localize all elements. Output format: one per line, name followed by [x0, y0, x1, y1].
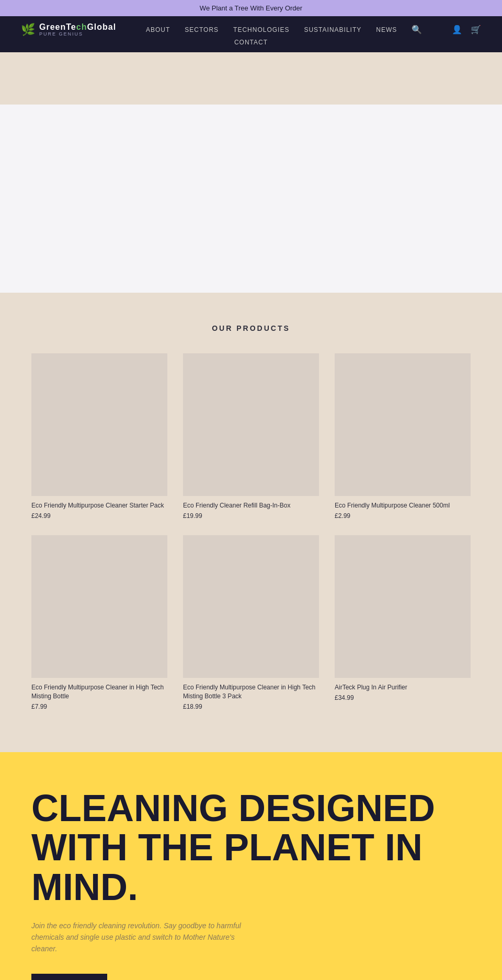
site-header: 🌿 GreenTechGlobal PURE GENIUS ABOUT SECT…: [0, 16, 502, 52]
product-name-1: Eco Friendly Multipurpose Cleaner Starte…: [31, 501, 167, 510]
product-image-4: [31, 535, 167, 678]
product-name-5: Eco Friendly Multipurpose Cleaner in Hig…: [183, 683, 319, 701]
product-card-3[interactable]: Eco Friendly Multipurpose Cleaner 500ml …: [335, 353, 471, 520]
products-grid: Eco Friendly Multipurpose Cleaner Starte…: [31, 353, 471, 710]
logo-highlight: ch: [76, 22, 87, 31]
nav-news[interactable]: NEWS: [376, 26, 397, 33]
product-name-6: AirTeck Plug In Air Purifier: [335, 683, 471, 692]
search-icon[interactable]: 🔍: [412, 25, 422, 34]
product-image-6: [335, 535, 471, 678]
product-card-2[interactable]: Eco Friendly Cleaner Refill Bag-In-Box £…: [183, 353, 319, 520]
announcement-text: We Plant a Tree With Every Order: [200, 4, 302, 12]
product-card-4[interactable]: Eco Friendly Multipurpose Cleaner in Hig…: [31, 535, 167, 710]
nav-technologies[interactable]: TECHNOLOGIES: [233, 26, 289, 33]
hero-tan-area: [0, 52, 502, 105]
logo-leaf-icon: 🌿: [21, 23, 35, 37]
logo-text-block: GreenTechGlobal PURE GENIUS: [39, 22, 116, 37]
nav-top: 🌿 GreenTechGlobal PURE GENIUS ABOUT SECT…: [21, 16, 481, 39]
cta-headline: CLEANING DESIGNED WITH THE PLANET IN MIN…: [31, 789, 439, 907]
product-image-3: [335, 353, 471, 496]
product-name-3: Eco Friendly Multipurpose Cleaner 500ml: [335, 501, 471, 510]
logo-sub-text: PURE GENIUS: [39, 32, 116, 37]
product-card-1[interactable]: Eco Friendly Multipurpose Cleaner Starte…: [31, 353, 167, 520]
cart-icon[interactable]: 🛒: [471, 25, 481, 34]
cta-read-more-button[interactable]: READ MORE: [31, 974, 107, 980]
cta-banner: CLEANING DESIGNED WITH THE PLANET IN MIN…: [0, 752, 502, 980]
product-price-6: £34.99: [335, 694, 471, 701]
product-card-6[interactable]: AirTeck Plug In Air Purifier £34.99: [335, 535, 471, 710]
logo-main-text: GreenTechGlobal: [39, 22, 116, 32]
product-price-1: £24.99: [31, 512, 167, 520]
nav-sustainability[interactable]: SUSTAINABILITY: [304, 26, 361, 33]
hero-light-area: [0, 105, 502, 293]
cta-subtext: Join the eco friendly cleaning revolutio…: [31, 920, 251, 955]
nav-icons: 👤 🛒: [452, 25, 481, 34]
user-icon[interactable]: 👤: [452, 25, 462, 34]
product-name-2: Eco Friendly Cleaner Refill Bag-In-Box: [183, 501, 319, 510]
nav-bottom: CONTACT: [21, 39, 481, 52]
product-image-2: [183, 353, 319, 496]
product-card-5[interactable]: Eco Friendly Multipurpose Cleaner in Hig…: [183, 535, 319, 710]
announcement-bar: We Plant a Tree With Every Order: [0, 0, 502, 16]
product-name-4: Eco Friendly Multipurpose Cleaner in Hig…: [31, 683, 167, 701]
product-image-1: [31, 353, 167, 496]
product-price-2: £19.99: [183, 512, 319, 520]
products-section: OUR PRODUCTS Eco Friendly Multipurpose C…: [0, 293, 502, 752]
product-price-3: £2.99: [335, 512, 471, 520]
nav-contact[interactable]: CONTACT: [234, 39, 268, 46]
product-price-5: £18.99: [183, 703, 319, 710]
product-image-5: [183, 535, 319, 678]
product-price-4: £7.99: [31, 703, 167, 710]
products-section-title: OUR PRODUCTS: [31, 324, 471, 332]
nav-about[interactable]: ABOUT: [146, 26, 170, 33]
logo[interactable]: 🌿 GreenTechGlobal PURE GENIUS: [21, 22, 116, 37]
nav-links-row1: ABOUT SECTORS TECHNOLOGIES SUSTAINABILIT…: [146, 25, 422, 34]
nav-sectors[interactable]: SECTORS: [185, 26, 219, 33]
